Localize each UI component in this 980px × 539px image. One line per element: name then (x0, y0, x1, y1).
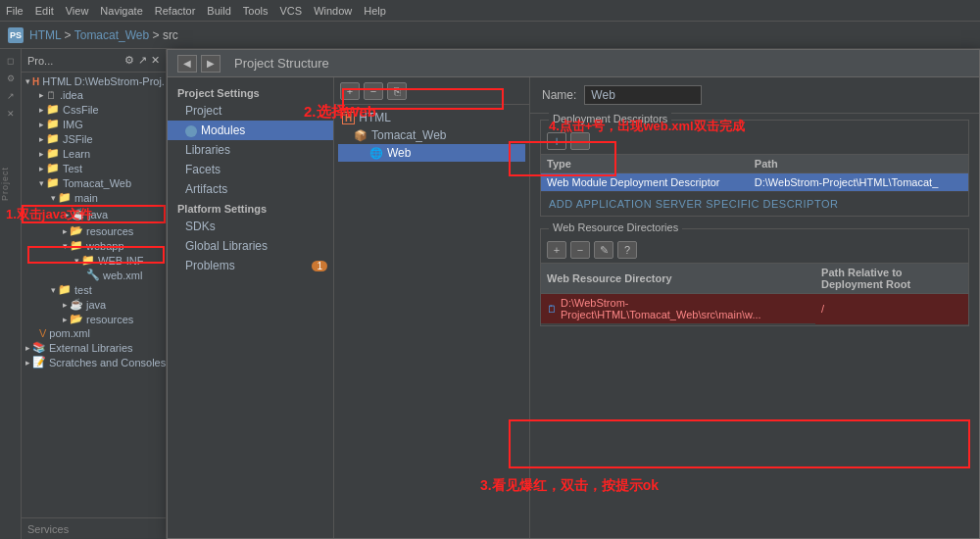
settings-item-facets[interactable]: Facets (168, 160, 333, 179)
resource-add-button[interactable]: + (547, 241, 566, 259)
tree-item-scratches[interactable]: ▸ 📝 Scratches and Consoles (22, 355, 166, 369)
name-label: Name: (542, 88, 576, 102)
sidebar-icon-4[interactable]: ✕ (3, 106, 19, 122)
resource-remove-button[interactable]: − (570, 241, 590, 259)
menu-view[interactable]: View (66, 5, 89, 17)
menu-edit[interactable]: Edit (35, 5, 54, 17)
menu-build[interactable]: Build (207, 5, 230, 17)
tree-item-cssfile[interactable]: ▸ 📁 CssFile (22, 102, 166, 117)
project-label: Project (0, 167, 22, 201)
menu-vcs[interactable]: VCS (280, 5, 303, 17)
panel-icon-gear[interactable]: ⚙ (124, 54, 134, 67)
tree-item-java[interactable]: ▸ ☕ java (22, 205, 166, 223)
problems-badge: 1 (312, 261, 327, 271)
tree-item-test-resources[interactable]: ▸ 📂 resources (22, 312, 166, 326)
settings-item-global-libs[interactable]: Global Libraries (168, 236, 333, 256)
tree-item-idea[interactable]: ▸ 🗒 .idea (22, 88, 166, 102)
deployment-remove-button[interactable]: − (570, 132, 590, 150)
project-panel-header: Pro... ⚙ ↗ ✕ (22, 49, 166, 73)
module-tree: H HTML 📦 Tomacat_Web 🌐 Web (334, 105, 529, 538)
deployment-add-button[interactable]: + (547, 132, 566, 150)
tree-item-jsfile[interactable]: ▸ 📁 JSFile (22, 131, 166, 146)
tree-item-img[interactable]: ▸ 📁 IMG (22, 117, 166, 131)
resource-toolbar: + − ✎ ? (541, 237, 968, 264)
menu-navigate[interactable]: Navigate (100, 5, 142, 17)
tree-item-main[interactable]: ▾ 📁 main (22, 190, 166, 205)
col-web-resource-dir: Web Resource Directory (541, 264, 815, 294)
tree-item-test-root[interactable]: ▸ 📁 Test (22, 161, 166, 175)
sidebar-icon-1[interactable]: ◻ (3, 53, 19, 69)
panel-icon-expand[interactable]: ↗ (138, 54, 147, 67)
forward-button[interactable]: ▶ (201, 55, 220, 73)
settings-item-artifacts[interactable]: Artifacts (168, 179, 333, 199)
resource-dir-path: D:\WebStrom-Project\HTML\Tomacat_Web\src… (561, 297, 809, 320)
module-copy-button[interactable]: ⎘ (387, 82, 407, 100)
tree-item-ext-libs[interactable]: ▸ 📚 External Libraries (22, 340, 166, 355)
settings-item-libraries[interactable]: Libraries (168, 140, 333, 160)
project-structure-dialog: ◀ ▶ Project Structure Project Settings P… (167, 49, 980, 539)
module-node-html[interactable]: H HTML (338, 109, 525, 126)
app-icon: PS (8, 27, 24, 43)
resource-row-1[interactable]: 🗒 D:\WebStrom-Project\HTML\Tomacat_Web\s… (541, 294, 968, 325)
deployment-table: Type Path Web Module Deployment Descript… (541, 155, 968, 192)
tree-item-resources[interactable]: ▸ 📂 resources (22, 223, 166, 238)
col-path: Path (749, 155, 968, 173)
tree-item-webxml[interactable]: 🔧 web.xml (22, 268, 166, 282)
menu-file[interactable]: File (6, 5, 24, 17)
tree-item-test[interactable]: ▾ 📁 test (22, 282, 166, 297)
panel-icon-close[interactable]: ✕ (151, 54, 160, 67)
web-resource-section: Web Resource Directories + − ✎ ? Web Res… (540, 228, 969, 326)
tree-item-html[interactable]: ▾ H HTML D:\WebStrom-Proj... (22, 74, 166, 88)
tree-item-tomacat[interactable]: ▾ 📁 Tomacat_Web (22, 175, 166, 190)
module-pane: + − ⎘ H HTML 📦 Tomacat_Web (334, 77, 530, 538)
name-input[interactable] (584, 85, 702, 105)
module-node-tomacat[interactable]: 📦 Tomacat_Web (338, 126, 525, 144)
dialog-body: Project Settings Project Modules Librari… (168, 77, 979, 538)
deployment-type: Web Module Deployment Descriptor (541, 173, 749, 192)
deployment-path: D:\WebStrom-Project\HTML\Tomacat_ (749, 173, 968, 192)
back-button[interactable]: ◀ (177, 55, 197, 73)
breadcrumb-tomacat: Tomacat_Web (74, 28, 149, 42)
menu-bar: File Edit View Navigate Refactor Build T… (0, 0, 980, 22)
deployment-section-title: Deployment Descriptors (549, 113, 671, 124)
resource-help-button[interactable]: ? (617, 241, 637, 259)
sidebar-icon-2[interactable]: ⚙ (3, 71, 19, 86)
details-pane: Name: Deployment Descriptors + − (530, 77, 979, 538)
project-panel: Pro... ⚙ ↗ ✕ ▾ H HTML D:\WebStrom-Proj..… (22, 49, 167, 539)
resource-edit-button[interactable]: ✎ (594, 241, 613, 259)
module-add-button[interactable]: + (340, 82, 360, 100)
breadcrumb-src: src (163, 28, 178, 42)
tree-item-test-java[interactable]: ▸ ☕ java (22, 297, 166, 312)
menu-tools[interactable]: Tools (243, 5, 269, 17)
name-row: Name: (530, 77, 979, 114)
module-node-web[interactable]: 🌐 Web (338, 144, 525, 162)
deployment-row-1[interactable]: Web Module Deployment Descriptor D:\WebS… (541, 173, 968, 192)
toolbar-breadcrumb: HTML > Tomacat_Web > src (29, 28, 178, 42)
module-toolbar: + − ⎘ (334, 77, 529, 105)
platform-settings-title: Platform Settings (168, 199, 333, 217)
menu-help[interactable]: Help (364, 5, 386, 17)
settings-item-project[interactable]: Project (168, 101, 333, 121)
deployment-section: Deployment Descriptors + − Type Path (540, 120, 969, 217)
dialog-title-text: Project Structure (234, 56, 329, 71)
sidebar-icon-3[interactable]: ↗ (3, 88, 19, 104)
col-type: Type (541, 155, 749, 173)
resource-rel-path: / (815, 294, 968, 325)
breadcrumb-html: HTML (29, 28, 61, 42)
project-settings-title: Project Settings (168, 83, 333, 101)
col-path-relative: Path Relative to Deployment Root (815, 264, 968, 294)
settings-item-problems[interactable]: Problems 1 (168, 256, 333, 275)
tree-item-learn[interactable]: ▸ 📁 Learn (22, 146, 166, 161)
menu-refactor[interactable]: Refactor (155, 5, 196, 17)
settings-item-modules[interactable]: Modules (168, 121, 333, 140)
menu-window[interactable]: Window (314, 5, 352, 17)
deployment-toolbar: + − (541, 128, 968, 155)
project-tree: ▾ H HTML D:\WebStrom-Proj... ▸ 🗒 .idea ▸… (22, 73, 166, 517)
project-panel-title: Pro... (27, 55, 53, 67)
settings-item-sdks[interactable]: SDKs (168, 217, 333, 236)
tree-item-pomxml[interactable]: V pom.xml (22, 326, 166, 340)
module-remove-button[interactable]: − (364, 82, 383, 100)
add-descriptor-link[interactable]: ADD APPLICATION SERVER SPECIFIC DESCRIPT… (541, 192, 968, 216)
tree-item-webapp[interactable]: ▾ 📁 webapp (22, 238, 166, 253)
tree-item-webinf[interactable]: ▾ 📁 WEB-INF (22, 253, 166, 268)
